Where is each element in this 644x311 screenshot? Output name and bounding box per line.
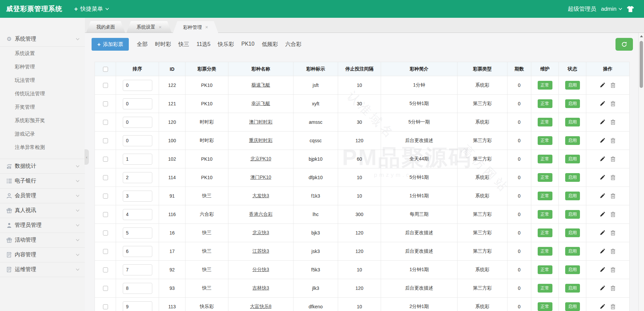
filter-link[interactable]: 六合彩 (285, 41, 302, 48)
sidebar-item[interactable]: 系统彩预开奖 (0, 114, 85, 127)
lottery-name-link[interactable]: 分分快3 (253, 267, 269, 272)
sidebar-section-system[interactable]: ⚙ 系统管理 (0, 32, 85, 47)
delete-icon[interactable] (610, 119, 616, 125)
filter-link[interactable]: 低频彩 (262, 41, 278, 48)
lottery-name-link[interactable]: 幸运飞艇 (252, 101, 270, 106)
sort-input[interactable] (123, 283, 152, 294)
status-badge[interactable]: 启用 (565, 247, 580, 256)
status-badge[interactable]: 启用 (565, 284, 580, 293)
sidebar-section-administrators[interactable]: 管理员管理 (0, 218, 85, 233)
status-badge[interactable]: 启用 (565, 81, 580, 90)
delete-icon[interactable] (610, 175, 616, 180)
sidebar-section-live-video[interactable]: 真人视讯 (0, 203, 85, 218)
lottery-name-link[interactable]: 北京PK10 (250, 156, 271, 161)
sort-input[interactable] (123, 209, 152, 220)
row-checkbox[interactable] (103, 101, 108, 106)
delete-icon[interactable] (610, 83, 616, 88)
maintain-badge[interactable]: 正常 (538, 136, 552, 145)
sidebar-item[interactable]: 开奖管理 (0, 100, 85, 114)
maintain-badge[interactable]: 正常 (538, 99, 552, 108)
row-checkbox[interactable] (103, 249, 108, 254)
sort-input[interactable] (123, 191, 152, 202)
edit-icon[interactable] (600, 119, 605, 125)
delete-icon[interactable] (610, 286, 616, 291)
lottery-name-link[interactable]: 江苏快3 (253, 248, 269, 254)
status-badge[interactable]: 启用 (565, 302, 580, 311)
edit-icon[interactable] (600, 175, 605, 180)
lottery-name-link[interactable]: 重庆时时彩 (249, 138, 273, 143)
edit-icon[interactable] (600, 286, 605, 291)
edit-icon[interactable] (600, 267, 605, 272)
row-checkbox[interactable] (103, 157, 108, 162)
filter-link[interactable]: 11选5 (197, 41, 211, 48)
row-checkbox[interactable] (103, 267, 108, 272)
sort-input[interactable] (123, 246, 152, 257)
delete-icon[interactable] (610, 193, 616, 199)
sidebar-item[interactable]: 彩种管理 (0, 60, 85, 73)
status-badge[interactable]: 启用 (565, 136, 580, 145)
scroll-up-arrow[interactable] (639, 33, 644, 40)
status-badge[interactable]: 启用 (565, 118, 580, 126)
sidebar-section-members[interactable]: 会员管理 (0, 189, 85, 203)
status-badge[interactable]: 启用 (565, 192, 580, 200)
status-badge[interactable]: 启用 (565, 265, 580, 274)
maintain-badge[interactable]: 正常 (538, 192, 552, 200)
delete-icon[interactable] (610, 230, 616, 236)
edit-icon[interactable] (600, 138, 605, 143)
delete-icon[interactable] (610, 138, 616, 143)
edit-icon[interactable] (600, 212, 605, 217)
close-icon[interactable]: × (159, 24, 162, 30)
sort-input[interactable] (123, 80, 152, 91)
sort-input[interactable] (123, 135, 152, 146)
sort-input[interactable] (123, 227, 152, 239)
sidebar-section-operations[interactable]: 运维管理 (0, 262, 85, 277)
sort-input[interactable] (123, 301, 152, 311)
delete-icon[interactable] (610, 267, 616, 272)
row-checkbox[interactable] (103, 120, 108, 125)
lottery-name-link[interactable]: 北京快3 (253, 230, 269, 235)
lottery-name-link[interactable]: 吉林快3 (253, 285, 269, 291)
maintain-badge[interactable]: 正常 (538, 210, 552, 219)
sidebar-section-content[interactable]: 内容管理 (0, 248, 85, 262)
lottery-name-link[interactable]: 大富快乐8 (250, 304, 272, 309)
tab-lottery-management[interactable]: 彩种管理 × (173, 21, 218, 33)
filter-link[interactable]: 时时彩 (155, 41, 171, 48)
theme-tshirt-icon[interactable] (627, 6, 634, 12)
row-checkbox[interactable] (103, 175, 108, 180)
sort-input[interactable] (123, 264, 152, 275)
lottery-name-link[interactable]: 澳门时时彩 (249, 119, 273, 124)
status-badge[interactable]: 启用 (565, 155, 580, 163)
maintain-badge[interactable]: 正常 (538, 228, 552, 237)
sort-input[interactable] (123, 98, 152, 109)
delete-icon[interactable] (610, 156, 616, 162)
tab-my-desktop[interactable]: 我的桌面 (86, 21, 125, 33)
maintain-badge[interactable]: 正常 (538, 247, 552, 256)
lottery-name-link[interactable]: 香港六合彩 (249, 211, 273, 217)
sidebar-item[interactable]: 游戏记录 (0, 127, 85, 141)
sidebar-section-activities[interactable]: 活动管理 (0, 233, 85, 248)
edit-icon[interactable] (600, 156, 605, 162)
maintain-badge[interactable]: 正常 (538, 155, 552, 163)
lottery-name-link[interactable]: 澳门PK10 (250, 174, 271, 180)
maintain-badge[interactable]: 正常 (538, 173, 552, 182)
delete-icon[interactable] (610, 249, 616, 254)
sidebar-item[interactable]: 注单异常检测 (0, 141, 85, 154)
status-badge[interactable]: 启用 (565, 210, 580, 219)
filter-link[interactable]: 快乐彩 (218, 41, 234, 48)
delete-icon[interactable] (610, 304, 616, 309)
sort-input[interactable] (123, 154, 152, 165)
row-checkbox[interactable] (103, 304, 108, 309)
close-icon[interactable]: × (205, 24, 208, 30)
quick-menu-button[interactable]: + 快捷菜单 (74, 5, 109, 13)
edit-icon[interactable] (600, 193, 605, 199)
user-dropdown[interactable]: admin (601, 6, 622, 12)
sort-input[interactable] (123, 172, 152, 183)
filter-link[interactable]: 全部 (137, 41, 148, 48)
maintain-badge[interactable]: 正常 (538, 302, 552, 311)
refresh-button[interactable] (615, 38, 633, 51)
sidebar-section-statistics[interactable]: 数据统计 (0, 159, 85, 174)
lottery-name-link[interactable]: 大发快3 (253, 193, 269, 198)
tab-system-settings[interactable]: 系统设置 × (126, 21, 172, 33)
row-checkbox[interactable] (103, 83, 108, 88)
delete-icon[interactable] (610, 212, 616, 217)
